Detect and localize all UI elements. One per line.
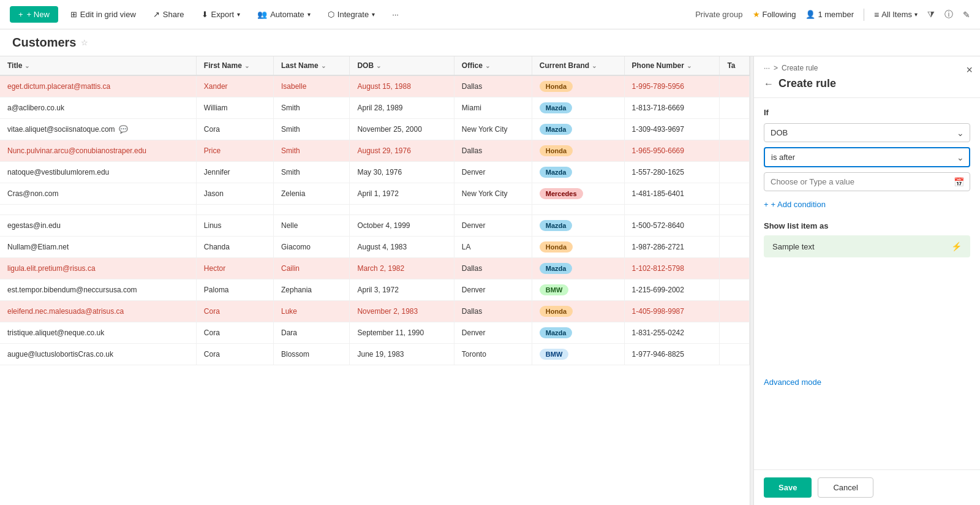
condition-select[interactable]: is after <box>764 147 970 167</box>
breadcrumb-page: Create rule <box>782 64 818 72</box>
cell-ta <box>720 215 750 237</box>
cell-ta <box>720 183 750 205</box>
brand-badge: BMW <box>540 284 569 295</box>
share-label: Share <box>163 10 184 19</box>
field-select-wrapper: DOB <box>764 123 970 142</box>
cell-lastname: Dara <box>274 322 350 344</box>
main-layout: Title ⌄ First Name ⌄ Last Name ⌄ <box>0 56 980 505</box>
plus-icon: + <box>764 200 769 209</box>
cell-office: Miami <box>454 97 532 119</box>
sample-text: Sample text <box>772 242 815 251</box>
add-condition-label: + Add condition <box>771 200 826 209</box>
calendar-icon: 📅 <box>954 177 964 187</box>
integrate-button[interactable]: ⬡ Integrate ▾ <box>323 7 380 21</box>
cell-dob: August 29, 1976 <box>350 140 454 162</box>
cell-dob: October 4, 1999 <box>350 215 454 237</box>
col-lastname[interactable]: Last Name ⌄ <box>274 56 350 75</box>
cancel-button[interactable]: Cancel <box>818 477 873 498</box>
cell-lastname <box>274 205 350 215</box>
all-items-button[interactable]: ≡ All Items ▾ <box>874 10 918 20</box>
cell-office: Dallas <box>454 301 532 322</box>
cell-title: egestas@in.edu <box>0 215 196 237</box>
integrate-chevron-icon: ▾ <box>372 11 375 18</box>
cell-title: eleifend.nec.malesuada@atrisus.ca <box>0 301 196 322</box>
value-input[interactable] <box>764 172 970 191</box>
member-button[interactable]: 👤 1 member <box>805 10 854 19</box>
cell-brand: Mazda <box>532 322 624 344</box>
cell-ta <box>720 344 750 365</box>
cell-ta <box>720 97 750 119</box>
col-brand[interactable]: Current Brand ⌄ <box>532 56 624 75</box>
lightning-icon[interactable]: ⚡ <box>951 241 962 251</box>
following-button[interactable]: ★ Following <box>753 10 796 19</box>
share-button[interactable]: ↗ Share <box>148 7 189 21</box>
brand-badge: Mazda <box>540 102 573 113</box>
cell-title: Nullam@Etiam.net <box>0 237 196 258</box>
top-bar: + + New ⊞ Edit in grid view ↗ Share ⬇ Ex… <box>0 0 980 29</box>
person-icon: 👤 <box>805 10 815 19</box>
cell-lastname: Smith <box>274 140 350 162</box>
chat-icon: 💬 <box>119 125 128 134</box>
brand-badge: Mazda <box>540 124 573 135</box>
show-as-label: Show list item as <box>764 221 970 230</box>
back-arrow-icon[interactable]: ← <box>764 78 774 89</box>
sample-text-box: Sample text ⚡ <box>764 235 970 257</box>
cell-ta <box>720 75 750 97</box>
cell-lastname: Nelle <box>274 215 350 237</box>
cell-dob: November 25, 2000 <box>350 119 454 140</box>
more-button[interactable]: ··· <box>387 7 404 21</box>
if-label: If <box>764 108 970 117</box>
cell-brand: Honda <box>532 75 624 97</box>
col-phone[interactable]: Phone Number ⌄ <box>624 56 720 75</box>
cell-title: est.tempor.bibendum@neccursusa.com <box>0 279 196 301</box>
col-title[interactable]: Title ⌄ <box>0 56 196 75</box>
cell-phone: 1-977-946-8825 <box>624 344 720 365</box>
page-title: Customers <box>12 36 76 50</box>
cell-dob: November 2, 1983 <box>350 301 454 322</box>
table-body: eget.dictum.placerat@mattis.caXanderIsab… <box>0 75 750 365</box>
firstname-sort-icon: ⌄ <box>244 63 249 69</box>
share-icon: ↗ <box>153 10 160 19</box>
info-icon[interactable]: ⓘ <box>944 9 953 20</box>
cell-phone: 1-481-185-6401 <box>624 183 720 205</box>
cell-office: New York City <box>454 119 532 140</box>
filter-lines-icon: ≡ <box>874 10 879 20</box>
col-ta[interactable]: Ta <box>720 56 750 75</box>
cell-ta <box>720 258 750 279</box>
dob-sort-icon: ⌄ <box>376 63 381 69</box>
plus-icon: + <box>18 10 23 19</box>
cell-phone: 1-557-280-1625 <box>624 162 720 183</box>
filter-icon[interactable]: ⧩ <box>927 9 935 20</box>
col-firstname[interactable]: First Name ⌄ <box>196 56 273 75</box>
all-items-chevron-icon: ▾ <box>914 11 918 18</box>
table-row: est.tempor.bibendum@neccursusa.comPaloma… <box>0 279 750 301</box>
breadcrumb: ··· > Create rule <box>764 64 970 72</box>
save-button[interactable]: Save <box>764 477 812 498</box>
edit-icon[interactable]: ✎ <box>963 10 970 20</box>
private-group-label: Private group <box>695 10 742 19</box>
cell-lastname: Luke <box>274 301 350 322</box>
cell-lastname: Smith <box>274 162 350 183</box>
table-row: Nunc.pulvinar.arcu@conubianostraper.eduP… <box>0 140 750 162</box>
add-condition-button[interactable]: + + Add condition <box>764 197 826 211</box>
advanced-mode-link[interactable]: Advanced mode <box>764 378 821 387</box>
cell-title: ligula.elit.pretium@risus.ca <box>0 258 196 279</box>
favorite-star-icon[interactable]: ☆ <box>81 38 88 47</box>
edit-grid-button[interactable]: ⊞ Edit in grid view <box>66 7 141 21</box>
cell-office: Denver <box>454 215 532 237</box>
toolbar-left: + + New ⊞ Edit in grid view ↗ Share ⬇ Ex… <box>10 6 404 23</box>
field-select[interactable]: DOB <box>764 123 970 142</box>
new-button[interactable]: + + New <box>10 6 58 23</box>
export-button[interactable]: ⬇ Export ▾ <box>197 7 246 21</box>
cell-title: Nunc.pulvinar.arcu@conubianostraper.edu <box>0 140 196 162</box>
lastname-sort-icon: ⌄ <box>321 63 326 69</box>
cell-firstname: William <box>196 97 273 119</box>
automate-button[interactable]: 👥 Automate ▾ <box>252 7 315 21</box>
cell-office: Denver <box>454 162 532 183</box>
automate-icon: 👥 <box>257 10 267 19</box>
cell-firstname: Jennifer <box>196 162 273 183</box>
cell-brand: Honda <box>532 140 624 162</box>
close-panel-button[interactable]: × <box>966 64 973 77</box>
col-dob[interactable]: DOB ⌄ <box>350 56 454 75</box>
col-office[interactable]: Office ⌄ <box>454 56 532 75</box>
